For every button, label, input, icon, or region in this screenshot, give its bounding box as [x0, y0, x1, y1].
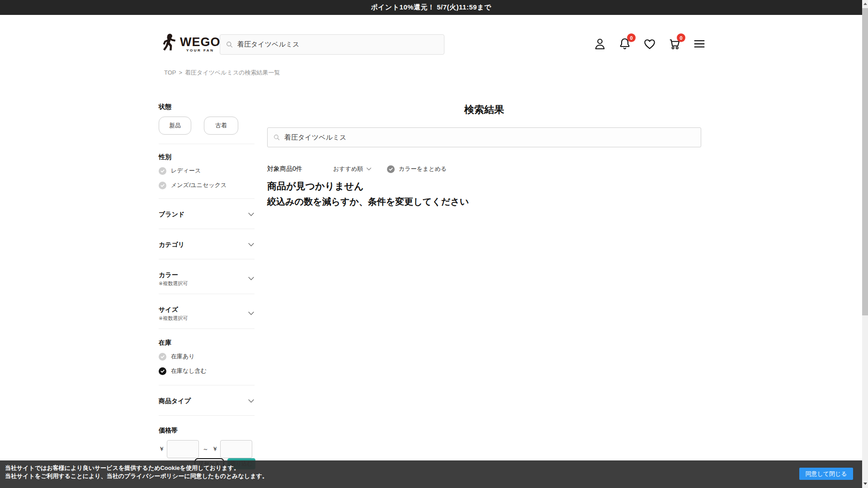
wishlist-heart-icon: [643, 37, 656, 51]
filter-section-size[interactable]: サイズ ※複数選択可: [159, 294, 255, 329]
chevron-down-icon: [248, 243, 255, 247]
notification-count-badge: 0: [627, 33, 636, 42]
condition-new-button[interactable]: 新品: [159, 117, 191, 135]
filter-stock-title: 在庫: [159, 338, 255, 347]
check-circle-icon: [159, 167, 166, 175]
header-search-input[interactable]: [237, 41, 439, 48]
chevron-down-icon: [248, 399, 255, 403]
yen-symbol: ￥: [159, 445, 165, 453]
price-min-input[interactable]: [167, 440, 199, 458]
price-max-input[interactable]: [220, 440, 252, 458]
wishlist-button[interactable]: [642, 37, 656, 51]
breadcrumb-home-link[interactable]: TOP: [164, 69, 176, 76]
results-meta-row: 対象商品0件 おすすめ順 カラーをまとめる: [267, 164, 701, 174]
promo-banner[interactable]: ポイント10%還元！ 5/7(火)11:59まで: [0, 0, 862, 15]
filter-section-price: 価格帯 ￥ ～ ￥: [159, 416, 255, 458]
stock-option-label: 在庫あり: [171, 352, 195, 361]
sort-dropdown[interactable]: おすすめ順: [333, 165, 372, 173]
filter-section-product-type[interactable]: 商品タイプ: [159, 385, 255, 416]
results-search[interactable]: [267, 127, 701, 147]
search-icon: [273, 134, 280, 141]
account-button[interactable]: [593, 37, 607, 51]
chevron-down-icon: [248, 311, 255, 315]
filter-section-color[interactable]: カラー ※複数選択可: [159, 259, 255, 294]
menu-button[interactable]: [692, 37, 706, 51]
check-circle-icon-selected: [159, 367, 166, 375]
stock-option-in-stock[interactable]: 在庫あり: [159, 352, 255, 361]
gender-option-mens-unisex[interactable]: メンズ/ユニセックス: [159, 180, 255, 190]
cookie-consent-banner: 当社サイトではお客様により良いサービスを提供するためCookieを使用しておりま…: [0, 460, 862, 488]
sort-label: おすすめ順: [333, 165, 363, 173]
yen-symbol: ￥: [212, 445, 218, 453]
privacy-policy-link[interactable]: プライバシーポリシー: [124, 473, 184, 479]
stock-option-include-out-of-stock[interactable]: 在庫なし含む: [159, 366, 255, 376]
vertical-scrollbar[interactable]: [862, 0, 868, 488]
results-search-input[interactable]: [284, 134, 695, 141]
scrollbar-up-arrow-icon[interactable]: [863, 3, 867, 5]
chevron-down-icon: [366, 167, 372, 171]
filter-product-type-title: 商品タイプ: [159, 396, 191, 405]
wego-logo-tagline: YOUR FAN: [186, 48, 214, 52]
breadcrumb-current: 着圧タイツベルミスの検索結果一覧: [185, 69, 280, 76]
filter-sidebar: 状態 新品 古着 性別 レディース メンズ/ユニセックス ブランド: [159, 102, 255, 458]
notifications-button[interactable]: 0: [618, 37, 632, 51]
menu-icon: [693, 37, 706, 51]
header-icon-group: 0 0: [593, 37, 706, 51]
gender-option-label: レディース: [171, 167, 201, 175]
page-title: 検索結果: [267, 103, 701, 117]
filter-gender-title: 性別: [159, 152, 255, 161]
scrollbar-thumb[interactable]: [862, 8, 868, 315]
filter-brand-title: ブランド: [159, 210, 184, 219]
user-icon: [593, 37, 607, 51]
chevron-down-icon: [248, 277, 255, 281]
condition-used-button[interactable]: 古着: [204, 117, 238, 135]
gender-option-label: メンズ/ユニセックス: [171, 181, 226, 189]
filter-color-title: カラー: [159, 270, 188, 279]
site-header: WEGO YOUR FAN: [0, 15, 862, 51]
wego-mascot-icon: [161, 33, 177, 56]
chevron-down-icon: [248, 212, 255, 216]
cookie-consent-text: 当社サイトではお客様により良いサービスを提供するためCookieを使用しておりま…: [5, 464, 268, 480]
empty-results-subtitle: 絞込みの数を減らすか、条件を変更してください: [267, 196, 701, 208]
empty-results-message: 商品が見つかりません 絞込みの数を減らすか、条件を変更してください: [267, 180, 701, 208]
wego-logo[interactable]: WEGO YOUR FAN: [161, 33, 221, 56]
cookie-accept-button[interactable]: 同意して閉じる: [799, 468, 853, 480]
filter-size-title: サイズ: [159, 305, 188, 314]
cart-count-badge: 0: [677, 33, 685, 42]
result-count: 対象商品0件: [267, 165, 302, 173]
header-search[interactable]: [220, 34, 444, 55]
filter-category-title: カテゴリ: [159, 240, 184, 249]
check-circle-icon: [159, 353, 166, 361]
page: ポイント10%還元！ 5/7(火)11:59まで WEGO YOUR FAN: [0, 0, 868, 488]
stock-option-label: 在庫なし含む: [171, 367, 207, 375]
filter-condition-title: 状態: [159, 102, 255, 111]
filter-section-stock: 在庫 在庫あり 在庫なし含む: [159, 329, 255, 385]
scrollbar-down-arrow-icon[interactable]: [863, 483, 867, 485]
filter-size-note: ※複数選択可: [159, 315, 188, 321]
wego-logo-text: WEGO YOUR FAN: [180, 36, 221, 52]
breadcrumb-separator: >: [179, 69, 183, 76]
filter-section-brand[interactable]: ブランド: [159, 199, 255, 229]
gender-option-ladies[interactable]: レディース: [159, 166, 255, 176]
breadcrumb: TOP>着圧タイツベルミスの検索結果一覧: [164, 69, 280, 77]
filter-section-category[interactable]: カテゴリ: [159, 229, 255, 259]
search-icon: [226, 41, 233, 48]
filter-section-gender: 性別 レディース メンズ/ユニセックス: [159, 144, 255, 199]
wego-logo-name: WEGO: [180, 36, 221, 48]
check-circle-icon: [159, 182, 166, 189]
filter-color-note: ※複数選択可: [159, 280, 188, 286]
filter-price-title: 価格帯: [159, 426, 255, 435]
cart-button[interactable]: 0: [667, 37, 681, 51]
cookie-text-line1: 当社サイトではお客様により良いサービスを提供するためCookieを使用しておりま…: [5, 464, 268, 472]
promo-banner-text: ポイント10%還元！ 5/7(火)11:59まで: [371, 3, 491, 12]
group-colors-toggle[interactable]: カラーをまとめる: [387, 165, 447, 173]
check-circle-icon-selected: [387, 165, 395, 173]
group-colors-label: カラーをまとめる: [399, 165, 447, 173]
cookie-text-line2: 当社サイトをご利用することにより、当社のプライバシーポリシーに同意したものとみな…: [5, 472, 268, 480]
empty-results-title: 商品が見つかりません: [267, 180, 701, 192]
price-range-separator: ～: [203, 445, 208, 453]
filter-section-condition: 状態 新品 古着: [159, 102, 255, 144]
search-results-main: 検索結果 対象商品0件 おすすめ順 カラーをまとめる: [267, 103, 701, 208]
